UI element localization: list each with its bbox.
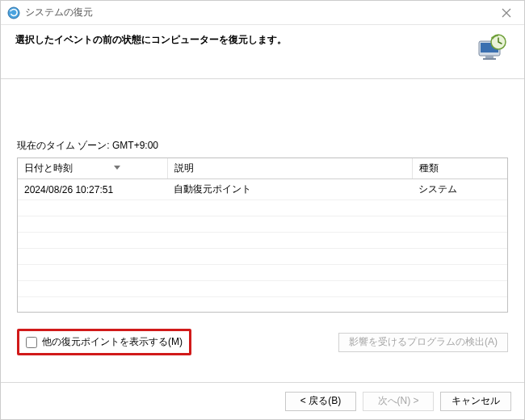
cell-datetime: 2024/08/26 10:27:51 <box>18 179 167 200</box>
restore-clock-icon <box>471 33 510 65</box>
page-heading: 選択したイベントの前の状態にコンピューターを復元します。 <box>15 33 471 47</box>
table-row <box>18 249 507 265</box>
show-more-checkbox[interactable] <box>26 337 37 348</box>
cell-type: システム <box>412 179 507 200</box>
table-row[interactable]: 2024/08/26 10:27:51 自動復元ポイント システム <box>18 179 507 200</box>
titlebar: システムの復元 <box>1 1 524 25</box>
column-datetime[interactable]: 日付と時刻 <box>18 158 167 179</box>
column-description[interactable]: 説明 <box>167 158 412 179</box>
table-row <box>18 265 507 281</box>
system-restore-window: システムの復元 選択したイベントの前の状態にコンピューターを復元します。 現在の… <box>0 0 525 420</box>
system-restore-icon <box>7 6 20 19</box>
show-more-label[interactable]: 他の復元ポイントを表示する(M) <box>42 335 183 349</box>
cell-description: 自動復元ポイント <box>167 179 412 200</box>
next-button: 次へ(N) > <box>363 392 434 411</box>
back-button[interactable]: < 戻る(B) <box>285 392 356 411</box>
cancel-button[interactable]: キャンセル <box>440 392 511 411</box>
table-row <box>18 216 507 233</box>
svg-rect-4 <box>483 58 496 60</box>
column-type[interactable]: 種類 <box>412 158 507 179</box>
content-area: 現在のタイム ゾーン: GMT+9:00 日付と時刻 説明 種類 2024/08… <box>1 79 524 382</box>
table-row <box>18 281 507 297</box>
show-more-restore-points[interactable]: 他の復元ポイントを表示する(M) <box>17 329 191 355</box>
table-row <box>18 233 507 249</box>
table-header-row: 日付と時刻 説明 種類 <box>18 158 507 179</box>
header: 選択したイベントの前の状態にコンピューターを復元します。 <box>1 25 524 79</box>
timezone-label: 現在のタイム ゾーン: GMT+9:00 <box>17 139 508 153</box>
table-row <box>18 200 507 216</box>
close-icon[interactable] <box>495 6 518 20</box>
svg-rect-3 <box>485 56 494 58</box>
footer: < 戻る(B) 次へ(N) > キャンセル <box>1 382 524 419</box>
options-row: 他の復元ポイントを表示する(M) 影響を受けるプログラムの検出(A) <box>17 329 508 355</box>
restore-points-table[interactable]: 日付と時刻 説明 種類 2024/08/26 10:27:51 自動復元ポイント… <box>17 158 508 313</box>
window-title: システムの復元 <box>25 6 93 19</box>
table-row <box>18 297 507 313</box>
scan-affected-button: 影響を受けるプログラムの検出(A) <box>338 333 508 352</box>
